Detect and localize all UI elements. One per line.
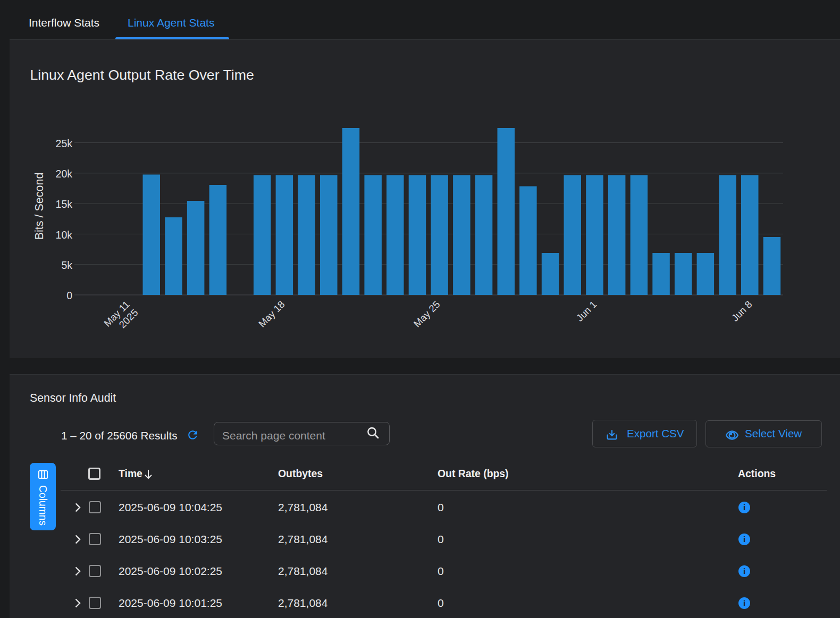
svg-text:5k: 5k [61, 259, 72, 271]
svg-text:Jun 8: Jun 8 [729, 299, 754, 324]
svg-text:0: 0 [66, 290, 72, 301]
svg-text:Bits / Second: Bits / Second [33, 173, 46, 240]
svg-text:15k: 15k [56, 198, 73, 210]
svg-text:May 25: May 25 [411, 299, 442, 329]
svg-text:20k: 20k [56, 168, 73, 180]
svg-text:25k: 25k [56, 138, 73, 149]
svg-text:May 18: May 18 [256, 299, 287, 329]
svg-text:10k: 10k [56, 229, 73, 241]
svg-text:May 112025: May 112025 [102, 299, 140, 337]
svg-text:Jun 1: Jun 1 [574, 299, 599, 324]
